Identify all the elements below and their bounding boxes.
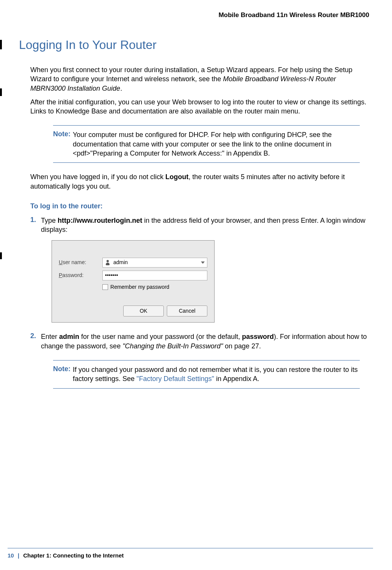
section-reference: "Changing the Built-In Password" bbox=[122, 342, 223, 350]
step-number: 1. bbox=[30, 216, 41, 328]
note-text: Your computer must be configured for DHC… bbox=[73, 130, 360, 158]
username-input[interactable]: admin bbox=[102, 258, 207, 268]
password-label: Password: bbox=[59, 272, 102, 279]
login-dialog-screenshot: User name: admin Password: ••••••• bbox=[52, 240, 215, 323]
text: for the user name and your password (or … bbox=[79, 333, 242, 340]
router-url: http://www.routerlogin.net bbox=[58, 217, 142, 224]
text: Type bbox=[41, 217, 58, 224]
remember-checkbox[interactable] bbox=[102, 284, 108, 290]
product-header: Mobile Broadband 11n Wireless Router MBR… bbox=[8, 11, 373, 19]
page-number: 10 bbox=[8, 552, 14, 559]
admin-term: admin bbox=[59, 333, 79, 340]
note-box-dhcp: Note: Your computer must be configured f… bbox=[53, 125, 360, 163]
note-label: Note: bbox=[53, 365, 71, 384]
person-icon bbox=[105, 260, 111, 266]
factory-default-link[interactable]: "Factory Default Settings" bbox=[136, 375, 214, 383]
revision-mark bbox=[0, 252, 2, 259]
logout-term: Logout bbox=[165, 173, 188, 181]
note-box-password: Note: If you changed your password and d… bbox=[53, 360, 360, 389]
note-text: If you changed your password and do not … bbox=[73, 365, 360, 384]
step-number: 2. bbox=[30, 332, 41, 351]
intro-paragraph-2: After the initial configuration, you can… bbox=[30, 98, 369, 116]
revision-mark bbox=[0, 40, 2, 49]
intro-paragraph-1: When you first connect to your router du… bbox=[30, 65, 369, 93]
page-footer: 10 | Chapter 1: Connecting to the Intern… bbox=[8, 548, 373, 559]
username-value: admin bbox=[113, 259, 128, 266]
text: . bbox=[120, 85, 122, 92]
note-label: Note: bbox=[53, 130, 71, 158]
remember-password-row[interactable]: Remember my password bbox=[102, 283, 207, 291]
text: Enter bbox=[41, 333, 59, 340]
text: on page 27. bbox=[223, 342, 261, 350]
procedure-heading: To log in to the router: bbox=[30, 202, 369, 210]
step-2: 2. Enter admin for the user name and you… bbox=[30, 332, 369, 351]
ok-button[interactable]: OK bbox=[123, 305, 164, 316]
password-term: password bbox=[242, 333, 274, 340]
remember-label: Remember my password bbox=[110, 283, 169, 291]
username-label: User name: bbox=[59, 259, 102, 266]
cancel-button[interactable]: Cancel bbox=[167, 305, 207, 316]
text: When you have logged in, if you do not c… bbox=[30, 173, 165, 181]
chapter-title: Chapter 1: Connecting to the Internet bbox=[23, 552, 124, 559]
revision-mark bbox=[0, 88, 2, 96]
section-title: Logging In to Your Router bbox=[19, 38, 373, 52]
password-input[interactable]: ••••••• bbox=[102, 271, 207, 280]
step-1: 1. Type http://www.routerlogin.net in th… bbox=[30, 216, 369, 328]
separator: | bbox=[18, 552, 19, 559]
logout-paragraph: When you have logged in, if you do not c… bbox=[30, 172, 369, 191]
password-value: ••••••• bbox=[105, 272, 118, 279]
